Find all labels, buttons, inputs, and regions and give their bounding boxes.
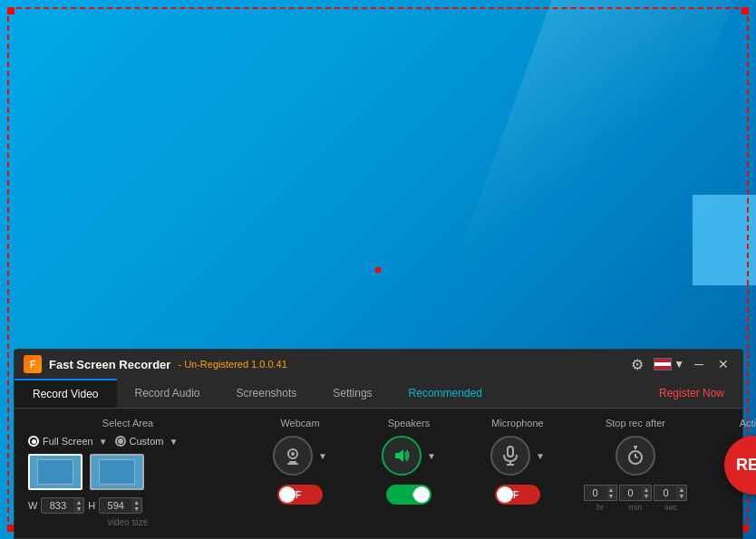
fullscreen-label: Full Screen bbox=[43, 436, 93, 447]
microphone-toggle-label: OFF bbox=[500, 490, 519, 500]
seconds-input-group: ▲ ▼ bbox=[654, 485, 687, 501]
webcam-toggle[interactable]: OFF bbox=[277, 485, 323, 505]
speakers-icon-row: ▼ bbox=[382, 436, 436, 476]
app-panel: F Fast Screen Recorder - Un-Registered 1… bbox=[14, 349, 743, 539]
minutes-input-group: ▲ ▼ bbox=[619, 485, 653, 501]
microphone-icon-button[interactable] bbox=[490, 436, 530, 476]
minutes-label: min bbox=[629, 503, 643, 512]
speakers-header: Speakers bbox=[388, 418, 430, 428]
webcam-header: Webcam bbox=[280, 418, 319, 428]
fullscreen-dropdown-arrow[interactable]: ▼ bbox=[99, 437, 108, 447]
minutes-up-btn[interactable]: ▲ bbox=[642, 486, 652, 493]
tab-record-video[interactable]: Record Video bbox=[15, 379, 117, 408]
microphone-toggle[interactable]: OFF bbox=[495, 485, 540, 505]
custom-thumb[interactable] bbox=[90, 454, 144, 490]
size-row: W ▲ ▼ H ▲ ▼ bbox=[28, 497, 228, 514]
mic-svg-icon bbox=[499, 445, 521, 467]
seconds-down-btn[interactable]: ▼ bbox=[676, 493, 686, 499]
action-header: Action bbox=[740, 418, 756, 428]
svg-rect-2 bbox=[289, 461, 296, 463]
settings-gear-button[interactable]: ⚙ bbox=[626, 354, 648, 375]
speakers-icon-button[interactable] bbox=[382, 436, 422, 476]
seconds-label: sec bbox=[664, 503, 677, 512]
microphone-section: Microphone ▼ OFF bbox=[481, 418, 554, 505]
content-area: Select Area Full Screen ▼ Custom ▼ bbox=[15, 409, 742, 538]
app-title: Fast Screen Recorder bbox=[49, 358, 170, 371]
svg-point-1 bbox=[291, 452, 295, 456]
microphone-dropdown-arrow[interactable]: ▼ bbox=[536, 451, 545, 461]
seconds-input[interactable] bbox=[654, 486, 676, 500]
stopwatch-icon-row bbox=[615, 436, 655, 476]
height-label: H bbox=[88, 500, 95, 511]
stop-rec-section: Stop rec after bbox=[590, 418, 681, 512]
minutes-down-btn[interactable]: ▼ bbox=[642, 493, 652, 499]
width-spinner: ▲ ▼ bbox=[73, 499, 83, 512]
seconds-up-btn[interactable]: ▲ bbox=[676, 486, 686, 493]
tab-register-now[interactable]: Register Now bbox=[641, 379, 742, 408]
action-section: Action REC bbox=[717, 418, 756, 495]
minutes-spinner: ▲ ▼ bbox=[642, 486, 652, 499]
width-up-btn[interactable]: ▲ bbox=[73, 499, 83, 505]
width-down-btn[interactable]: ▼ bbox=[73, 505, 83, 512]
speakers-dropdown-arrow[interactable]: ▼ bbox=[427, 451, 436, 461]
webcam-section: Webcam ▼ OFF bbox=[264, 418, 336, 505]
tab-recommended[interactable]: Recommended bbox=[391, 379, 500, 408]
flag-dropdown-arrow[interactable]: ▼ bbox=[674, 358, 684, 371]
hours-label: hr bbox=[596, 503, 604, 512]
custom-radio[interactable] bbox=[115, 436, 126, 447]
center-dot bbox=[375, 267, 381, 273]
svg-rect-3 bbox=[287, 463, 298, 465]
tab-screenshots[interactable]: Screenshots bbox=[218, 379, 315, 408]
hours-spinner: ▲ ▼ bbox=[606, 486, 616, 499]
speakers-toggle[interactable]: ON bbox=[386, 485, 431, 505]
close-button[interactable]: ✕ bbox=[713, 355, 733, 373]
custom-dropdown-arrow[interactable]: ▼ bbox=[169, 437, 178, 447]
minutes-unit: ▲ ▼ min bbox=[619, 485, 653, 512]
seconds-unit: ▲ ▼ sec bbox=[654, 485, 687, 512]
height-down-btn[interactable]: ▼ bbox=[131, 505, 141, 512]
stopwatch-svg-icon bbox=[625, 445, 646, 467]
svg-rect-5 bbox=[508, 447, 513, 457]
fullscreen-option[interactable]: Full Screen ▼ bbox=[28, 436, 108, 447]
speakers-section: Speakers ▼ ON bbox=[373, 418, 445, 505]
webcam-dropdown-arrow[interactable]: ▼ bbox=[318, 451, 327, 461]
stop-rec-header: Stop rec after bbox=[606, 418, 665, 428]
hours-input[interactable] bbox=[585, 486, 606, 500]
tab-settings[interactable]: Settings bbox=[315, 379, 390, 408]
language-flag-button[interactable]: ▼ bbox=[654, 358, 684, 371]
video-size-label: video size bbox=[28, 517, 228, 527]
width-input[interactable] bbox=[42, 498, 73, 513]
microphone-toggle-row: OFF bbox=[495, 485, 540, 505]
fullscreen-thumb[interactable] bbox=[28, 454, 82, 490]
app-logo: F bbox=[24, 355, 42, 373]
height-up-btn[interactable]: ▲ bbox=[131, 499, 141, 505]
height-input[interactable] bbox=[100, 498, 131, 513]
area-options: Full Screen ▼ Custom ▼ bbox=[28, 436, 228, 447]
hours-up-btn[interactable]: ▲ bbox=[606, 486, 616, 493]
preview-thumbnails bbox=[28, 454, 228, 490]
height-spinner: ▲ ▼ bbox=[131, 499, 141, 512]
title-bar: F Fast Screen Recorder - Un-Registered 1… bbox=[15, 350, 742, 379]
hours-input-group: ▲ ▼ bbox=[584, 485, 617, 501]
rec-button[interactable]: REC bbox=[724, 436, 757, 495]
custom-label: Custom bbox=[130, 436, 164, 447]
webcam-icon-button[interactable] bbox=[273, 436, 313, 476]
microphone-header: Microphone bbox=[491, 418, 543, 428]
hours-unit: ▲ ▼ hr bbox=[584, 485, 617, 512]
hours-down-btn[interactable]: ▼ bbox=[606, 493, 616, 499]
minimize-button[interactable]: ─ bbox=[690, 355, 708, 373]
tab-bar: Record Video Record Audio Screenshots Se… bbox=[15, 379, 742, 409]
minutes-input[interactable] bbox=[620, 486, 642, 500]
fullscreen-radio[interactable] bbox=[28, 436, 39, 447]
select-area-header: Select Area bbox=[28, 418, 228, 428]
custom-option[interactable]: Custom ▼ bbox=[115, 436, 179, 447]
fullscreen-thumb-inner bbox=[37, 459, 73, 485]
stopwatch-icon-button[interactable] bbox=[615, 436, 655, 476]
corner-marker-tr bbox=[741, 7, 749, 14]
tab-record-audio[interactable]: Record Audio bbox=[117, 379, 218, 408]
custom-thumb-inner bbox=[99, 459, 135, 485]
us-flag-icon bbox=[654, 358, 672, 371]
speakers-toggle-label: ON bbox=[412, 490, 426, 500]
seconds-spinner: ▲ ▼ bbox=[676, 486, 686, 499]
speakers-toggle-row: ON bbox=[386, 485, 431, 505]
